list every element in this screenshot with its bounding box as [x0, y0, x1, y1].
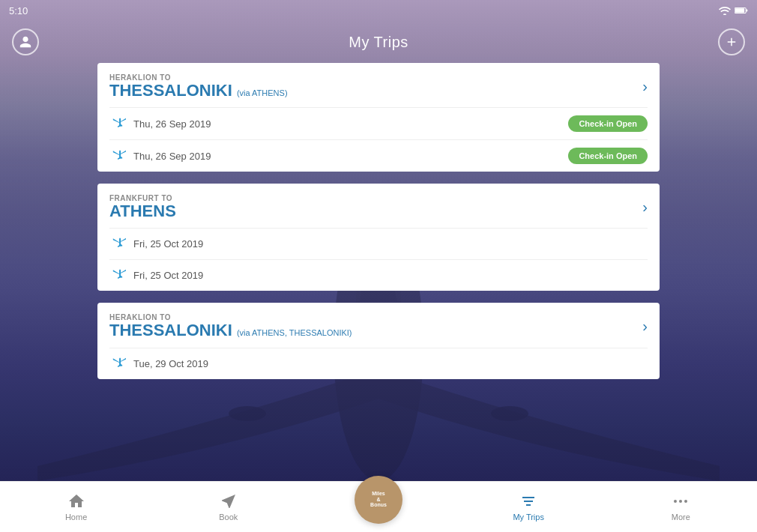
- nav-book[interactable]: Book: [202, 492, 255, 522]
- trip-1-flight-1: Thu, 26 Sep 2019 Check-in Open: [97, 108, 660, 139]
- trip-3-header[interactable]: HERAKLION to THESSALONIKI (via ATHENS, T…: [97, 303, 660, 347]
- header: My Trips: [0, 21, 757, 63]
- trip-card-1: HERAKLION to THESSALONIKI (via ATHENS) ›…: [97, 63, 660, 172]
- svg-point-9: [684, 500, 687, 503]
- trip-1-chevron: ›: [642, 78, 648, 95]
- wifi-icon: [719, 6, 731, 15]
- svg-rect-5: [735, 8, 744, 13]
- trip-2-flight-1: Fri, 25 Oct 2019: [97, 229, 660, 259]
- svg-point-7: [674, 500, 677, 503]
- bottom-nav: Home Book Miles & Bonus My Trips More: [0, 481, 757, 532]
- trip-2-destination: ATHENS: [109, 202, 176, 220]
- trip-1-flight-2-date: Thu, 26 Sep 2019: [133, 151, 211, 162]
- trip-1-destination: THESSALONIKI (via ATHENS): [109, 82, 288, 100]
- nav-more[interactable]: More: [654, 492, 707, 522]
- nav-mytrips-label: My Trips: [513, 513, 544, 522]
- trip-2-flight-2-date: Fri, 25 Oct 2019: [133, 270, 203, 281]
- trip-2-flight-1-date: Fri, 25 Oct 2019: [133, 238, 203, 250]
- nav-home-label: Home: [65, 513, 87, 522]
- page-title: My Trips: [349, 34, 408, 51]
- battery-icon: [735, 6, 748, 15]
- plus-icon: [725, 35, 738, 49]
- status-icons: [719, 6, 748, 15]
- more-icon: [672, 492, 690, 510]
- flight-icon-1: [109, 116, 126, 132]
- add-trip-btn[interactable]: [718, 28, 745, 55]
- trip-3-flight-1: Tue, 29 Oct 2019: [97, 348, 660, 379]
- nav-center-milesbonus[interactable]: Miles & Bonus: [355, 476, 402, 524]
- trip-card-2: FRANKFURT to ATHENS › Fri, 25 Oct 2019: [97, 184, 660, 291]
- nav-center-text-bonus: Bonus: [370, 502, 387, 508]
- flight-icon-3: [109, 236, 126, 252]
- trip-3-flight-1-date: Tue, 29 Oct 2019: [133, 358, 208, 369]
- nav-center-text-and: &: [376, 497, 380, 503]
- flight-icon-5: [109, 356, 126, 372]
- flight-icon-4: [109, 267, 126, 283]
- check-in-btn-1-2[interactable]: Check-in Open: [568, 148, 648, 164]
- nav-home[interactable]: Home: [50, 492, 103, 522]
- flight-icon-2: [109, 148, 126, 164]
- nav-book-label: Book: [219, 513, 238, 522]
- trip-1-flight-2: Thu, 26 Sep 2019 Check-in Open: [97, 140, 660, 172]
- profile-btn[interactable]: [12, 28, 39, 55]
- trip-1-flight-1-date: Thu, 26 Sep 2019: [133, 118, 211, 130]
- trip-2-flight-2: Fri, 25 Oct 2019: [97, 260, 660, 291]
- trips-icon: [519, 492, 537, 510]
- nav-more-label: More: [672, 513, 690, 522]
- trip-3-destination: THESSALONIKI (via ATHENS, THESSALONIKI): [109, 321, 352, 339]
- svg-point-8: [679, 500, 682, 503]
- trip-card-3: HERAKLION to THESSALONIKI (via ATHENS, T…: [97, 303, 660, 378]
- status-time: 5:10: [9, 5, 28, 16]
- person-icon: [19, 35, 32, 49]
- nav-center-text-miles: Miles: [372, 491, 385, 497]
- home-icon: [67, 492, 85, 510]
- nav-mytrips[interactable]: My Trips: [502, 492, 555, 522]
- trip-2-header[interactable]: FRANKFURT to ATHENS ›: [97, 184, 660, 228]
- check-in-btn-1-1[interactable]: Check-in Open: [568, 115, 648, 132]
- trip-3-chevron: ›: [642, 318, 648, 335]
- trip-1-header[interactable]: HERAKLION to THESSALONIKI (via ATHENS) ›: [97, 63, 660, 107]
- svg-rect-6: [746, 10, 747, 12]
- book-icon: [220, 492, 238, 510]
- trips-container: HERAKLION to THESSALONIKI (via ATHENS) ›…: [0, 63, 757, 481]
- status-bar: 5:10: [0, 0, 757, 21]
- trip-2-chevron: ›: [642, 199, 648, 216]
